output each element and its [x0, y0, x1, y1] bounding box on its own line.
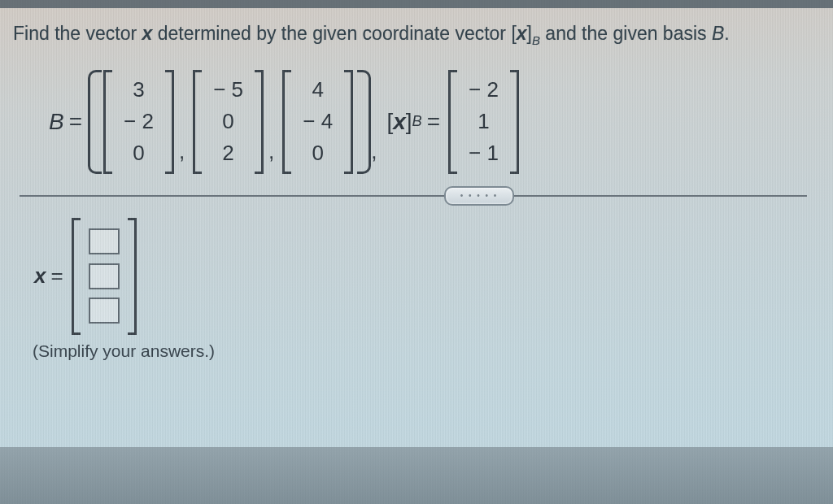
- prompt-text: determined by the given coordinate vecto…: [152, 23, 511, 44]
- left-bracket-icon: [448, 70, 457, 174]
- equals-sign: =: [50, 263, 63, 289]
- answer-hint: (Simplify your answers.): [10, 341, 817, 361]
- answer-input-3[interactable]: [89, 298, 120, 324]
- prompt-text: and the given basis: [540, 23, 712, 44]
- equals-sign: =: [427, 109, 440, 135]
- coord-label-sub: B: [412, 113, 422, 130]
- right-bracket-icon: [128, 218, 137, 335]
- matrix-cell: − 1: [469, 139, 499, 167]
- prompt-text: Find the vector: [13, 23, 142, 44]
- given-equation: B = 3 − 2 0 , − 5 0 2 , 4: [10, 63, 817, 190]
- prompt-period: .: [724, 23, 729, 44]
- section-divider: • • • • •: [20, 195, 807, 197]
- coord-label-x: x: [393, 109, 406, 135]
- right-bracket-icon: [510, 70, 519, 174]
- left-brace-icon: [88, 70, 99, 174]
- matrix-cell: − 2: [469, 76, 499, 104]
- answer-row: x =: [10, 197, 817, 340]
- left-bracket-icon: [103, 70, 112, 174]
- separator-comma: ,: [371, 139, 377, 174]
- left-bracket-icon: [72, 218, 81, 335]
- matrix-cell: 2: [213, 139, 243, 167]
- matrix-cell: 1: [469, 107, 499, 136]
- coord-symbol-x: x: [517, 23, 527, 44]
- coord-label-open: [: [386, 109, 393, 135]
- matrix-cell: 4: [303, 76, 333, 104]
- prompt-vector-x: x: [142, 23, 153, 44]
- matrix-cell: 0: [303, 139, 333, 167]
- coord-label-close: ]: [406, 109, 412, 135]
- window-top-strip: [0, 0, 833, 8]
- divider-line: [20, 195, 807, 197]
- left-bracket-icon: [282, 70, 291, 174]
- bottom-frame-band: [0, 447, 833, 504]
- matrix-cell: − 5: [213, 76, 243, 104]
- right-bracket-icon: [344, 70, 353, 174]
- right-bracket-icon: [255, 70, 264, 174]
- equals-sign: =: [69, 109, 82, 135]
- coord-symbol-sub: B: [532, 33, 540, 47]
- matrix-cell: 0: [124, 139, 154, 167]
- separator-comma: ,: [268, 139, 274, 174]
- basis-vector-2: − 5 0 2: [193, 70, 264, 174]
- separator-comma: ,: [179, 139, 185, 174]
- B-label: B: [49, 109, 64, 135]
- basis-vector-3: 4 − 4 0: [282, 70, 353, 174]
- matrix-cell: − 4: [303, 107, 333, 136]
- prompt-basis-B: B: [712, 23, 724, 44]
- answer-vector: [72, 218, 137, 335]
- divider-dots-icon: • • • • •: [460, 191, 499, 200]
- answer-x-label: x: [34, 263, 46, 289]
- matrix-cell: 0: [213, 107, 243, 136]
- right-bracket-icon: [165, 70, 174, 174]
- answer-input-1[interactable]: [89, 228, 120, 254]
- coordinate-vector: − 2 1 − 1: [448, 70, 519, 174]
- divider-handle[interactable]: • • • • •: [444, 186, 514, 206]
- right-brace-icon: [357, 70, 369, 174]
- matrix-cell: − 2: [124, 107, 154, 136]
- question-region: Find the vector x determined by the give…: [0, 8, 833, 361]
- matrix-cell: 3: [124, 76, 154, 104]
- left-bracket-icon: [193, 70, 202, 174]
- answer-input-2[interactable]: [89, 263, 120, 289]
- question-prompt: Find the vector x determined by the give…: [10, 23, 817, 47]
- basis-vector-1: 3 − 2 0: [103, 70, 174, 174]
